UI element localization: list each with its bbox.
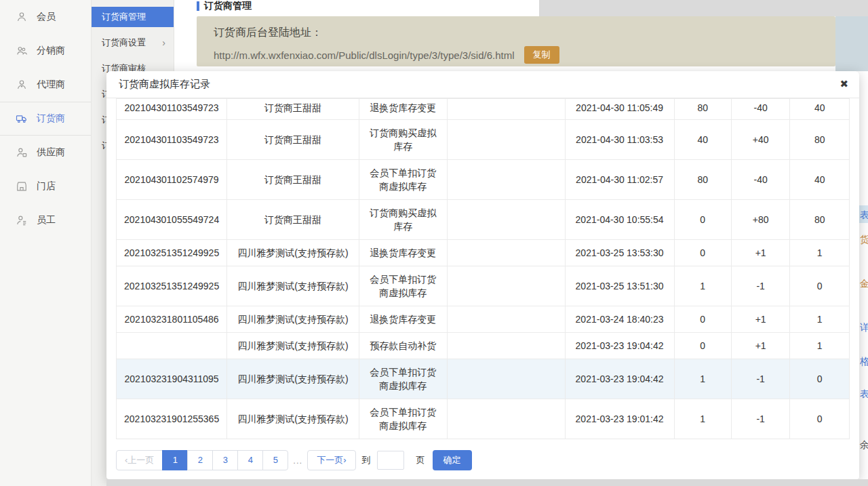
sidebar: 会员分销商代理商订货商供应商门店员工 <box>0 0 92 486</box>
goto-page-input[interactable] <box>377 451 404 470</box>
page-number-3[interactable]: 3 <box>212 450 238 470</box>
col-change-type: 退换货库存变更 <box>359 99 447 120</box>
submenu-item-1[interactable]: 订货商管理 <box>92 7 174 27</box>
prev-page-button[interactable]: ‹上一页 <box>116 450 163 470</box>
table-row: 202104301103549723订货商王甜甜退换货库存变更2021-04-3… <box>117 99 850 120</box>
col-change-qty: +1 <box>731 306 789 333</box>
modal-bottom-gap <box>106 479 868 486</box>
page-number-4[interactable]: 4 <box>237 450 263 470</box>
col-remark <box>447 266 565 306</box>
col-change-qty: +1 <box>731 333 789 359</box>
col-change-type: 会员下单扣订货商虚拟库存 <box>359 266 447 306</box>
table-row: 202103251351249925四川雅梦测试(支持预存款)会员下单扣订货商虚… <box>117 266 850 306</box>
page-number-5[interactable]: 5 <box>262 450 288 470</box>
page-title-text: 订货商管理 <box>204 0 252 12</box>
sidebar-item-6[interactable]: 门店 <box>0 169 91 203</box>
col-remark <box>447 359 565 399</box>
col-remark <box>447 200 565 240</box>
sidebar-item-7[interactable]: 员工 <box>0 203 91 237</box>
col-before-qty: 40 <box>674 120 731 160</box>
col-remark <box>447 333 565 359</box>
table-row: 202103231801105486四川雅梦测试(支持预存款)退换货库存变更20… <box>117 306 850 333</box>
next-page-button[interactable]: 下一页› <box>307 450 355 470</box>
col-order-sn: 202104301103549723 <box>117 120 227 160</box>
goto-label: 到 <box>362 454 371 466</box>
virtual-stock-modal: 订货商虚拟库存记录 ✖ 202104301103549723订货商王甜甜退换货库… <box>106 71 859 479</box>
col-orderer-name: 四川雅梦测试(支持预存款) <box>227 399 359 439</box>
background-link-fragment: 格 <box>860 356 868 368</box>
sidebar-item-3[interactable]: 代理商 <box>0 68 91 102</box>
col-time: 2021-04-30 11:05:49 <box>565 99 674 120</box>
background-link-fragment: 余 <box>860 439 868 451</box>
col-before-qty: 0 <box>674 200 731 240</box>
col-before-qty: 0 <box>674 306 731 333</box>
sidebar-item-1[interactable]: 会员 <box>0 0 91 34</box>
login-address-label: 订货商后台登陆地址： <box>214 26 835 40</box>
table-row: 202103231901255365四川雅梦测试(支持预存款)会员下单扣订货商虚… <box>117 399 850 439</box>
col-remark <box>447 240 565 266</box>
login-address-panel: 订货商后台登陆地址： http://m.wfx.wxfenxiao.com/Pu… <box>197 16 835 66</box>
table-row: 四川雅梦测试(支持预存款)预存款自动补货2021-03-23 19:04:420… <box>117 333 850 359</box>
sidebar-item-label: 分销商 <box>37 45 65 57</box>
chevron-right-icon: › <box>162 33 165 53</box>
stock-record-table: 202104301103549723订货商王甜甜退换货库存变更2021-04-3… <box>116 98 850 439</box>
close-icon[interactable]: ✖ <box>840 77 848 91</box>
modal-title: 订货商虚拟库存记录 <box>119 78 210 91</box>
table-row: 202104301103549723订货商王甜甜订货商购买虚拟库存2021-04… <box>117 120 850 160</box>
top-gray-area <box>539 0 868 16</box>
copy-button[interactable]: 复制 <box>524 46 559 64</box>
col-after-qty: 40 <box>790 99 850 120</box>
col-orderer-name: 订货商王甜甜 <box>227 120 359 160</box>
agent-icon <box>15 78 28 92</box>
col-order-sn: 202103231901255365 <box>117 399 227 439</box>
sidebar-item-4[interactable]: 订货商 <box>0 102 91 136</box>
col-after-qty: 0 <box>790 399 850 439</box>
sidebar-item-5[interactable]: 供应商 <box>0 136 91 169</box>
modal-body: 202104301103549723订货商王甜甜退换货库存变更2021-04-3… <box>106 98 859 470</box>
col-before-qty: 0 <box>674 333 731 359</box>
submenu-item-2[interactable]: 订货商设置› <box>92 33 174 53</box>
page-unit-label: 页 <box>416 454 425 466</box>
sidebar-item-label: 门店 <box>37 180 56 193</box>
page-number-2[interactable]: 2 <box>187 450 213 470</box>
background-links-strip: 表货金详格表余 <box>859 71 868 479</box>
col-change-type: 退换货库存变更 <box>359 240 447 266</box>
supplier-icon <box>15 146 28 159</box>
col-after-qty: 1 <box>790 333 850 359</box>
col-orderer-name: 四川雅梦测试(支持预存款) <box>227 359 359 399</box>
sidebar-item-2[interactable]: 分销商 <box>0 34 91 68</box>
col-change-type: 会员下单扣订货商虚拟库存 <box>359 160 447 200</box>
col-before-qty: 0 <box>674 240 731 266</box>
col-time: 2021-04-30 11:03:53 <box>565 120 674 160</box>
col-change-type: 会员下单扣订货商虚拟库存 <box>359 399 447 439</box>
col-change-qty: -40 <box>731 160 789 200</box>
col-change-qty: +1 <box>731 240 789 266</box>
col-after-qty: 1 <box>790 306 850 333</box>
col-orderer-name: 四川雅梦测试(支持预存款) <box>227 333 359 359</box>
sidebar-item-label: 员工 <box>37 214 56 226</box>
submenu-item-label: 订货商管理 <box>102 12 146 22</box>
page-title: 订货商管理 <box>197 0 252 14</box>
pagination-ellipsis: ... <box>293 455 302 466</box>
col-change-type: 订货商购买虚拟库存 <box>359 200 447 240</box>
col-change-qty: -1 <box>731 266 789 306</box>
col-change-type: 预存款自动补货 <box>359 333 447 359</box>
col-order-sn <box>117 333 227 359</box>
background-link-fragment: 货 <box>860 234 868 246</box>
col-time: 2021-03-23 19:04:42 <box>565 359 674 399</box>
col-time: 2021-03-25 13:51:30 <box>565 266 674 306</box>
col-order-sn: 202104301102574979 <box>117 160 227 200</box>
background-blue-area <box>835 16 868 71</box>
table-row: 202104301102574979订货商王甜甜会员下单扣订货商虚拟库存2021… <box>117 160 850 200</box>
col-change-type: 会员下单扣订货商虚拟库存 <box>359 359 447 399</box>
col-order-sn: 202103231801105486 <box>117 306 227 333</box>
page-number-1[interactable]: 1 <box>162 450 188 470</box>
col-order-sn: 202103231904311095 <box>117 359 227 399</box>
col-time: 2021-03-25 13:53:30 <box>565 240 674 266</box>
col-before-qty: 80 <box>674 99 731 120</box>
sidebar-item-label: 订货商 <box>37 113 65 125</box>
col-change-type: 退换货库存变更 <box>359 306 447 333</box>
background-link-fragment: 表 <box>860 209 868 222</box>
confirm-button[interactable]: 确定 <box>433 450 472 470</box>
col-orderer-name: 订货商王甜甜 <box>227 200 359 240</box>
